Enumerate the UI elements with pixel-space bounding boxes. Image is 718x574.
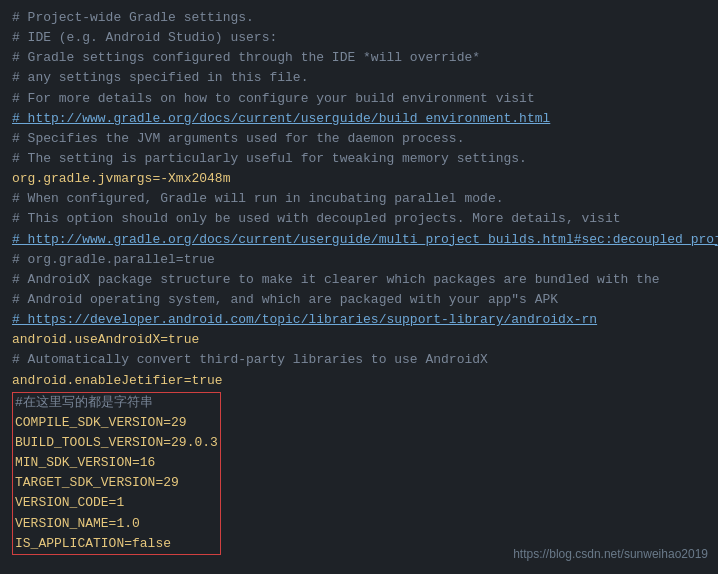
line-17: android.useAndroidX=true [12,330,706,350]
line-1: # Project-wide Gradle settings. [12,8,706,28]
highlight-line-1: #在这里写的都是字符串 [13,393,220,413]
highlighted-section: #在这里写的都是字符串 COMPILE_SDK_VERSION=29 BUILD… [12,392,221,555]
line-12: # http://www.gradle.org/docs/current/use… [12,230,706,250]
line-13: # org.gradle.parallel=true [12,250,706,270]
highlight-line-7: VERSION_NAME=1.0 [13,514,220,534]
highlight-line-6: VERSION_CODE=1 [13,493,220,513]
line-10: # When configured, Gradle will run in in… [12,189,706,209]
line-8: # The setting is particularly useful for… [12,149,706,169]
line-5: # For more details on how to configure y… [12,89,706,109]
highlight-line-8: IS_APPLICATION=false [13,534,220,554]
line-9: org.gradle.jvmargs=-Xmx2048m [12,169,706,189]
line-4: # any settings specified in this file. [12,68,706,88]
watermark: https://blog.csdn.net/sunweihao2019 [513,545,708,564]
highlight-line-4: MIN_SDK_VERSION=16 [13,453,220,473]
line-2: # IDE (e.g. Android Studio) users: [12,28,706,48]
highlight-line-5: TARGET_SDK_VERSION=29 [13,473,220,493]
line-7: # Specifies the JVM arguments used for t… [12,129,706,149]
line-6: # http://www.gradle.org/docs/current/use… [12,109,706,129]
line-18: # Automatically convert third-party libr… [12,350,706,370]
highlight-line-2: COMPILE_SDK_VERSION=29 [13,413,220,433]
code-editor: # Project-wide Gradle settings. # IDE (e… [0,0,718,574]
line-3: # Gradle settings configured through the… [12,48,706,68]
highlight-line-3: BUILD_TOOLS_VERSION=29.0.3 [13,433,220,453]
line-19: android.enableJetifier=true [12,371,706,391]
line-11: # This option should only be used with d… [12,209,706,229]
line-14: # AndroidX package structure to make it … [12,270,706,290]
line-15: # Android operating system, and which ar… [12,290,706,310]
line-16: # https://developer.android.com/topic/li… [12,310,706,330]
